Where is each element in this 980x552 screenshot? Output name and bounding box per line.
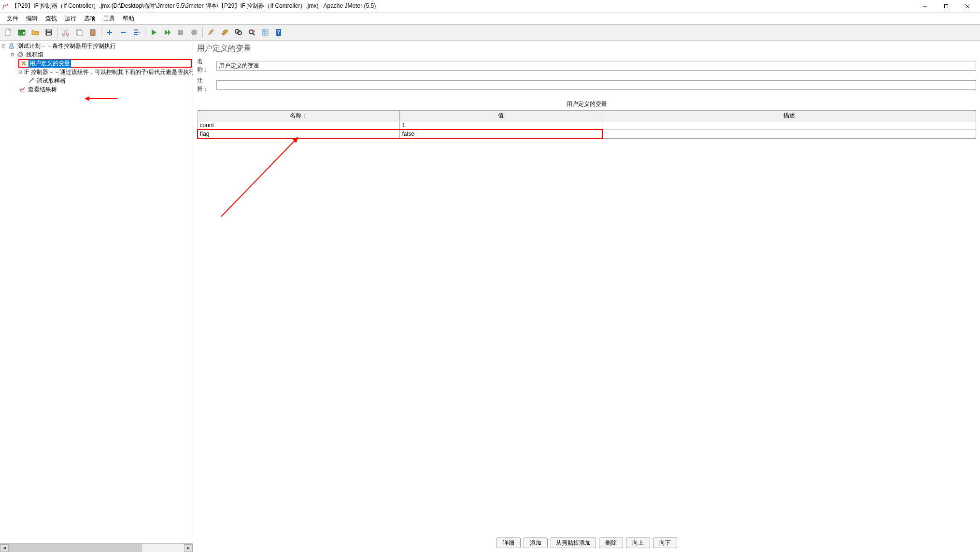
chart-icon bbox=[18, 86, 26, 93]
help-icon[interactable]: ? bbox=[272, 26, 285, 39]
clear-all-icon[interactable] bbox=[218, 26, 231, 39]
svg-point-13 bbox=[67, 33, 69, 36]
cell-desc[interactable] bbox=[602, 121, 976, 130]
menu-file[interactable]: 文件 bbox=[3, 14, 22, 24]
delete-button[interactable]: 删除 bbox=[599, 537, 623, 548]
expand-icon[interactable] bbox=[103, 26, 116, 39]
svg-point-12 bbox=[63, 33, 65, 36]
comment-label: 注释： bbox=[197, 77, 216, 93]
table-row[interactable]: flag false bbox=[198, 130, 976, 138]
svg-rect-7 bbox=[18, 30, 25, 31]
scroll-right-icon[interactable]: ▶ bbox=[184, 544, 193, 552]
panel-title: 用户定义的变量 bbox=[197, 44, 976, 54]
cut-icon[interactable] bbox=[59, 26, 72, 39]
jmeter-icon bbox=[2, 3, 9, 10]
svg-line-14 bbox=[64, 29, 68, 33]
svg-marker-29 bbox=[168, 29, 170, 35]
comment-input[interactable] bbox=[216, 80, 976, 90]
close-button[interactable] bbox=[957, 0, 978, 12]
menu-edit[interactable]: 编辑 bbox=[22, 14, 42, 24]
col-name[interactable]: 名称： bbox=[198, 111, 400, 121]
name-label: 名称： bbox=[197, 58, 216, 74]
svg-rect-10 bbox=[47, 29, 51, 31]
tree-panel[interactable]: ⊟ 测试计划－－条件控制器用于控制执行 ⊟ 线程组 bbox=[0, 41, 193, 552]
function-helper-icon[interactable] bbox=[259, 26, 271, 39]
menu-help[interactable]: 帮助 bbox=[119, 14, 138, 24]
annotation-arrow-1 bbox=[85, 94, 118, 103]
scroll-left-icon[interactable]: ◀ bbox=[0, 544, 9, 552]
menu-search[interactable]: 查找 bbox=[42, 14, 61, 24]
config-icon bbox=[20, 59, 28, 67]
cell-desc[interactable] bbox=[602, 130, 976, 138]
start-no-timer-icon[interactable] bbox=[161, 26, 173, 39]
shutdown-icon[interactable] bbox=[188, 26, 200, 39]
cell-value[interactable]: false bbox=[400, 130, 602, 138]
collapse-icon[interactable]: ⊟ bbox=[10, 52, 15, 58]
paste-icon[interactable] bbox=[86, 26, 99, 39]
search-icon[interactable] bbox=[232, 26, 244, 39]
tree-if-controller[interactable]: ⊟ IF 控制器－－通过该组件，可以控制其下面的子/后代元素是否执行 bbox=[18, 68, 192, 76]
tree-h-scrollbar[interactable]: ◀ ▶ bbox=[0, 543, 193, 552]
svg-point-31 bbox=[191, 29, 197, 35]
open-icon[interactable] bbox=[29, 26, 42, 39]
detail-button[interactable]: 详细 bbox=[497, 537, 521, 548]
tree-debug-sampler[interactable]: 调试取样器 bbox=[27, 76, 192, 85]
svg-point-44 bbox=[19, 54, 21, 56]
col-value[interactable]: 值 bbox=[400, 111, 602, 121]
reset-search-icon[interactable] bbox=[245, 26, 258, 39]
add-button[interactable]: 添加 bbox=[524, 537, 548, 548]
name-input[interactable] bbox=[216, 61, 976, 71]
tree-test-plan[interactable]: ⊟ 测试计划－－条件控制器用于控制执行 bbox=[1, 42, 192, 50]
window-title: 【P29】IF 控制器（If Controller）.jmx (D:\Deskt… bbox=[12, 2, 914, 10]
menu-run[interactable]: 运行 bbox=[61, 14, 80, 24]
templates-icon[interactable] bbox=[15, 26, 28, 39]
start-icon[interactable] bbox=[147, 26, 160, 39]
svg-rect-11 bbox=[47, 33, 51, 35]
cell-name[interactable]: count bbox=[198, 121, 400, 130]
svg-line-15 bbox=[64, 29, 67, 33]
svg-marker-26 bbox=[139, 31, 140, 33]
flask-icon bbox=[8, 42, 15, 50]
down-button[interactable]: 向下 bbox=[653, 537, 677, 548]
svg-rect-30 bbox=[178, 30, 183, 35]
tree-thread-group[interactable]: ⊟ 线程组 bbox=[10, 50, 192, 59]
collapse-icon[interactable] bbox=[117, 26, 129, 39]
add-from-clipboard-button[interactable]: 从剪贴板添加 bbox=[551, 537, 596, 548]
svg-rect-17 bbox=[78, 30, 82, 36]
svg-line-35 bbox=[253, 33, 255, 35]
main-split: ⊟ 测试计划－－条件控制器用于控制执行 ⊟ 线程组 bbox=[0, 41, 980, 552]
menubar: 文件 编辑 查找 运行 选项 工具 帮助 bbox=[0, 13, 980, 24]
annotation-arrow-2 bbox=[216, 134, 303, 221]
toolbar: ? bbox=[0, 24, 980, 41]
stop-icon[interactable] bbox=[174, 26, 187, 39]
col-desc[interactable]: 描述 bbox=[602, 111, 976, 121]
new-file-icon[interactable] bbox=[2, 26, 14, 39]
tree-user-defined-vars[interactable]: 用户定义的变量 bbox=[18, 59, 192, 68]
svg-line-52 bbox=[221, 139, 296, 217]
cell-name[interactable]: flag bbox=[198, 130, 400, 138]
cell-value[interactable]: 1 bbox=[400, 121, 602, 130]
collapse-icon[interactable]: ⊟ bbox=[1, 43, 7, 49]
titlebar: 【P29】IF 控制器（If Controller）.jmx (D:\Deskt… bbox=[0, 0, 980, 13]
svg-line-47 bbox=[29, 79, 32, 83]
table-row[interactable]: count 1 bbox=[198, 121, 976, 130]
minimize-button[interactable] bbox=[914, 0, 936, 12]
menu-options[interactable]: 选项 bbox=[80, 14, 99, 24]
collapse-icon[interactable]: ⊟ bbox=[18, 69, 22, 75]
svg-text:?: ? bbox=[277, 29, 280, 35]
menu-tools[interactable]: 工具 bbox=[99, 14, 119, 24]
svg-marker-27 bbox=[152, 29, 156, 35]
up-button[interactable]: 向上 bbox=[626, 537, 650, 548]
clear-icon[interactable] bbox=[205, 26, 217, 39]
toggle-icon[interactable] bbox=[130, 26, 143, 39]
vars-table[interactable]: 名称： 值 描述 count 1 flag false bbox=[197, 110, 976, 139]
tree-label: 线程组 bbox=[25, 51, 44, 59]
save-icon[interactable] bbox=[43, 26, 55, 39]
maximize-button[interactable] bbox=[936, 0, 957, 12]
tree-label: 测试计划－－条件控制器用于控制执行 bbox=[16, 42, 117, 50]
scroll-thumb[interactable] bbox=[9, 544, 142, 552]
button-row: 详细 添加 从剪贴板添加 删除 向上 向下 bbox=[197, 534, 976, 552]
tree-results-tree[interactable]: 查看结果树 bbox=[18, 85, 192, 94]
svg-point-48 bbox=[32, 78, 34, 80]
copy-icon[interactable] bbox=[73, 26, 85, 39]
